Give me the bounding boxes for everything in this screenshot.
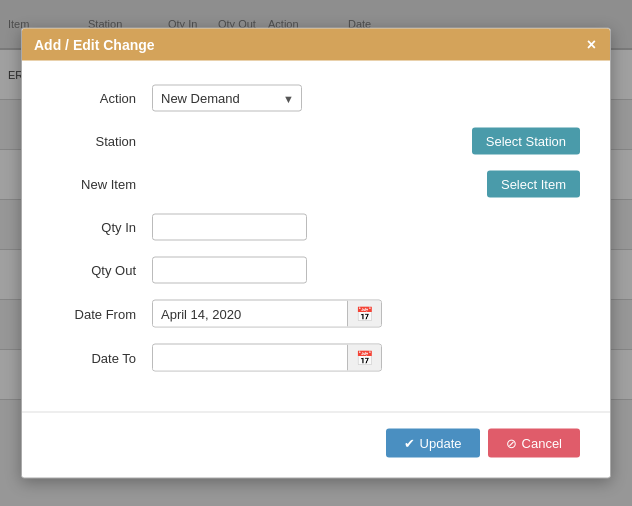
dialog-footer: ✔ Update ⊘ Cancel (22, 429, 610, 478)
date-from-input[interactable] (153, 301, 347, 326)
action-label: Action (52, 91, 152, 106)
date-from-wrapper: 📅 (152, 300, 382, 328)
date-to-row: Date To 📅 (52, 344, 580, 372)
action-select-wrapper: New Demand Remove Modify ▼ (152, 85, 302, 112)
dialog-header: Add / Edit Change × (22, 29, 610, 61)
qty-out-input[interactable] (152, 257, 307, 284)
station-control: Select Station (152, 128, 580, 155)
close-button[interactable]: × (585, 37, 598, 53)
new-item-label: New Item (52, 177, 152, 192)
date-from-calendar-icon[interactable]: 📅 (347, 301, 381, 327)
update-button[interactable]: ✔ Update (386, 429, 480, 458)
station-row: Station Select Station (52, 128, 580, 155)
update-label: Update (420, 436, 462, 451)
date-to-wrapper: 📅 (152, 344, 382, 372)
date-to-calendar-icon[interactable]: 📅 (347, 345, 381, 371)
cancel-ban-icon: ⊘ (506, 436, 517, 451)
qty-out-row: Qty Out (52, 257, 580, 284)
select-item-button[interactable]: Select Item (487, 171, 580, 198)
action-select[interactable]: New Demand Remove Modify (152, 85, 302, 112)
date-to-input[interactable] (153, 345, 347, 370)
qty-in-label: Qty In (52, 220, 152, 235)
station-label: Station (52, 134, 152, 149)
update-check-icon: ✔ (404, 436, 415, 451)
new-item-control: Select Item (152, 171, 580, 198)
dialog: Add / Edit Change × Action New Demand Re… (21, 28, 611, 479)
action-row: Action New Demand Remove Modify ▼ (52, 85, 580, 112)
date-to-control: 📅 (152, 344, 580, 372)
qty-in-control (152, 214, 580, 241)
date-from-label: Date From (52, 306, 152, 321)
date-to-label: Date To (52, 350, 152, 365)
new-item-row: New Item Select Item (52, 171, 580, 198)
dialog-title: Add / Edit Change (34, 37, 155, 53)
action-control: New Demand Remove Modify ▼ (152, 85, 580, 112)
dialog-body: Action New Demand Remove Modify ▼ Statio… (22, 61, 610, 404)
qty-out-label: Qty Out (52, 263, 152, 278)
qty-out-control (152, 257, 580, 284)
qty-in-input[interactable] (152, 214, 307, 241)
select-station-button[interactable]: Select Station (472, 128, 580, 155)
date-from-row: Date From 📅 (52, 300, 580, 328)
cancel-button[interactable]: ⊘ Cancel (488, 429, 580, 458)
cancel-label: Cancel (522, 436, 562, 451)
dialog-divider (22, 412, 610, 413)
date-from-control: 📅 (152, 300, 580, 328)
qty-in-row: Qty In (52, 214, 580, 241)
